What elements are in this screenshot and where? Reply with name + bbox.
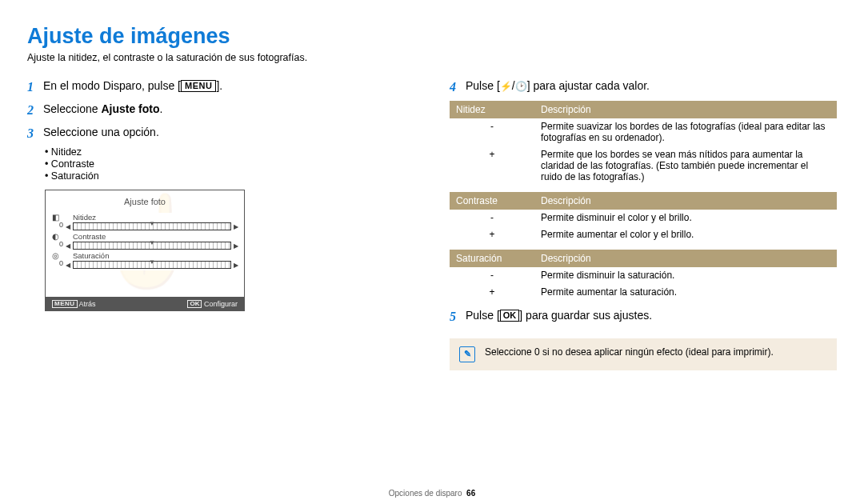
saturacion-slider: ▼ [73, 261, 231, 269]
opt-contraste: Contraste [45, 158, 414, 170]
contraste-value: 0 [59, 240, 63, 248]
saturacion-minus-desc: Permite disminuir la saturación. [534, 267, 837, 284]
sym-plus: + [450, 146, 534, 185]
page-subtitle: Ajuste la nitidez, el contraste o la sat… [27, 52, 837, 63]
footer-section: Opciones de disparo [389, 489, 462, 498]
menu-icon: MENU [52, 300, 78, 308]
nitidez-slider: ▼ [73, 222, 231, 230]
step-3: 3 Seleccione una opción. [27, 124, 414, 144]
th-nitidez: Nitidez [450, 101, 534, 118]
saturacion-plus-desc: Permite aumentar la saturación. [534, 283, 837, 300]
ok-icon: OK [500, 310, 520, 322]
sym-minus: - [450, 118, 534, 146]
step-2: 2 Seleccione Ajuste foto. [27, 101, 414, 121]
saturacion-icon: ◎ [52, 251, 59, 260]
th-saturacion: Saturación [450, 250, 534, 267]
nitidez-plus-desc: Permite que los bordes se vean más nítid… [534, 146, 837, 185]
lcd-confirm: Configurar [204, 300, 238, 308]
note-icon: ✎ [459, 346, 475, 362]
th-desc: Descripción [534, 101, 837, 118]
timer-icon [515, 79, 527, 92]
step-1-text: En el modo Disparo, pulse [ [43, 79, 181, 92]
contraste-minus-desc: Permite disminuir el color y el brillo. [534, 210, 837, 226]
option-list: Nitidez Contraste Saturación [45, 146, 414, 182]
note-box: ✎ Seleccione 0 si no desea aplicar ningú… [450, 338, 837, 370]
step-4: 4 Pulse [/] para ajustar cada valor. [450, 78, 837, 98]
nitidez-value: 0 [59, 221, 63, 229]
menu-icon: MENU [181, 80, 216, 92]
page-footer: Opciones de disparo 66 [0, 489, 864, 498]
step-5: 5 Pulse [OK] para guardar sus ajustes. [450, 307, 837, 327]
step-2-bold: Ajuste foto [101, 102, 159, 115]
table-contraste: ContrasteDescripción -Permite disminuir … [450, 192, 837, 243]
note-text: Seleccione 0 si no desea aplicar ningún … [485, 346, 774, 358]
lcd-preview: ☝ Ajuste foto ◧ 0 Nitidez ▼ ◐ 0 Contrast… [45, 190, 245, 311]
lcd-back: Atrás [79, 300, 96, 308]
nitidez-minus-desc: Permite suavizar los bordes de las fotog… [534, 118, 837, 146]
page-title: Ajuste de imágenes [27, 24, 837, 49]
saturacion-value: 0 [59, 259, 63, 267]
th-contraste: Contraste [450, 192, 534, 210]
footer-page: 66 [466, 489, 475, 498]
step-1: 1 En el modo Disparo, pulse [MENU]. [27, 78, 414, 98]
contraste-plus-desc: Permite aumentar el color y el brillo. [534, 226, 837, 242]
opt-saturacion: Saturación [45, 170, 414, 182]
flash-icon [500, 79, 512, 92]
table-nitidez: NitidezDescripción -Permite suavizar los… [450, 101, 837, 186]
lcd-title: Ajuste foto [46, 197, 244, 206]
table-saturacion: SaturaciónDescripción -Permite disminuir… [450, 250, 837, 301]
contraste-icon: ◐ [52, 232, 59, 241]
nitidez-icon: ◧ [52, 213, 59, 222]
contraste-slider: ▼ [73, 242, 231, 250]
ok-icon: OK [187, 300, 202, 308]
opt-nitidez: Nitidez [45, 146, 414, 158]
